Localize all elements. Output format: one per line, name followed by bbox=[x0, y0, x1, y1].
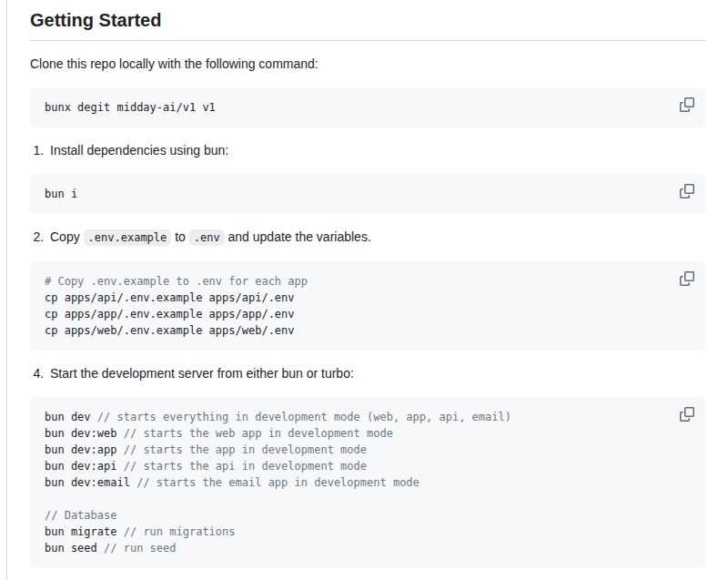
code-line: bun dev:email // starts the email app in… bbox=[45, 474, 691, 491]
code-text: bun dev:app bbox=[45, 443, 124, 456]
code-comment: // starts everything in development mode… bbox=[97, 411, 511, 423]
copy-button[interactable] bbox=[679, 270, 695, 287]
intro-text: Clone this repo locally with the followi… bbox=[30, 55, 705, 74]
code-text: bunx degit midday-ai/v1 v1 bbox=[45, 101, 216, 114]
readme-getting-started-section: Getting Started Clone this repo locally … bbox=[6, 0, 705, 580]
copy-icon bbox=[680, 188, 694, 201]
code-line: bun dev:web // starts the web app in dev… bbox=[45, 425, 691, 442]
step-list-dev-server: Start the development server from either… bbox=[30, 364, 705, 383]
inline-code: .env.example bbox=[84, 229, 172, 246]
code-line: # Copy .env.example to .env for each app bbox=[45, 273, 691, 290]
code-comment: // Database bbox=[45, 509, 116, 522]
inline-code: .env bbox=[189, 229, 225, 246]
code-line: bun dev:app // starts the app in develop… bbox=[45, 442, 691, 458]
code-text: cp apps/api/.env.example apps/api/.env bbox=[45, 291, 295, 304]
list-item-install-dependencies: Install dependencies using bun: bbox=[47, 141, 705, 160]
code-line: bun migrate // run migrations bbox=[45, 524, 691, 540]
code-line bbox=[45, 491, 691, 507]
list-item-text: to bbox=[171, 229, 188, 244]
code-comment: // starts the app in development mode bbox=[124, 443, 367, 456]
copy-icon bbox=[680, 101, 694, 115]
code-text: bun seed bbox=[45, 542, 104, 555]
code-line: bun i bbox=[45, 186, 691, 202]
code-text: cp apps/web/.env.example apps/web/.env bbox=[45, 324, 295, 337]
code-comment: // run seed bbox=[104, 542, 176, 555]
code-comment: // run migrations bbox=[124, 525, 236, 538]
code-text: bun dev:api bbox=[45, 460, 124, 473]
code-text: bun migrate bbox=[45, 525, 124, 538]
code-block-dev-commands: bun dev // starts everything in developm… bbox=[30, 397, 705, 568]
list-item-text: Start the development server from either… bbox=[50, 366, 354, 381]
list-item-text: Install dependencies using bun: bbox=[50, 143, 228, 158]
copy-icon bbox=[680, 275, 694, 289]
list-item-copy-env: Copy .env.example to .env and update the… bbox=[47, 228, 705, 248]
code-comment: // starts the email app in development m… bbox=[136, 476, 420, 489]
code-line: bun dev // starts everything in developm… bbox=[45, 409, 691, 425]
list-item-start-dev-server: Start the development server from either… bbox=[47, 364, 705, 383]
code-line: cp apps/api/.env.example apps/api/.env bbox=[45, 290, 691, 306]
code-block-install-command: bun i bbox=[30, 174, 705, 214]
code-line: bunx degit midday-ai/v1 v1 bbox=[45, 99, 691, 116]
code-line: cp apps/web/.env.example apps/web/.env bbox=[45, 322, 691, 339]
code-line: // Database bbox=[45, 507, 691, 524]
code-text: cp apps/app/.env.example apps/app/.env bbox=[45, 308, 295, 321]
code-comment: # Copy .env.example to .env for each app bbox=[45, 275, 308, 288]
code-line: cp apps/app/.env.example apps/app/.env bbox=[45, 306, 691, 322]
list-item-text: Copy bbox=[50, 229, 84, 244]
code-text: bun dev:email bbox=[45, 476, 136, 489]
copy-button[interactable] bbox=[679, 406, 695, 422]
code-comment: // starts the api in development mode bbox=[124, 460, 367, 473]
copy-button[interactable] bbox=[679, 97, 695, 113]
code-line: bun dev:api // starts the api in develop… bbox=[45, 458, 691, 474]
code-text: bun i bbox=[45, 188, 77, 200]
code-block-clone-command: bunx degit midday-ai/v1 v1 bbox=[30, 87, 705, 127]
code-block-env-copy-commands: # Copy .env.example to .env for each app… bbox=[30, 261, 705, 351]
copy-button[interactable] bbox=[679, 183, 695, 199]
code-line: bun seed // run seed bbox=[45, 540, 691, 556]
copy-icon bbox=[680, 411, 694, 424]
page-title: Getting Started bbox=[30, 9, 705, 41]
step-list-install: Install dependencies using bun: bbox=[30, 141, 705, 160]
list-item-text: and update the variables. bbox=[225, 229, 371, 244]
step-list-env: Copy .env.example to .env and update the… bbox=[30, 228, 705, 248]
code-text: bun dev bbox=[45, 411, 97, 423]
code-comment: // starts the web app in development mod… bbox=[124, 427, 393, 440]
code-text: bun dev:web bbox=[45, 427, 124, 440]
